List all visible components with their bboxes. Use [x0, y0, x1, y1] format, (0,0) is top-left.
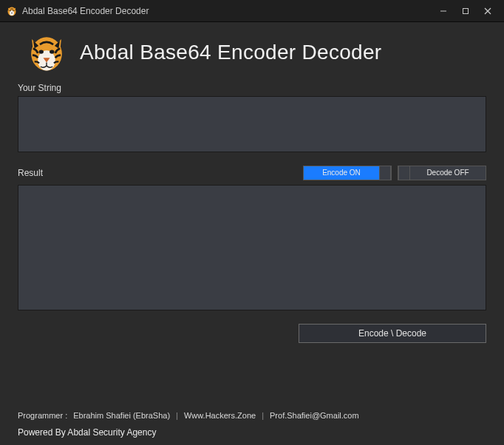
toggle-handle-icon [398, 166, 410, 180]
website-link[interactable]: Www.Hackers.Zone [184, 411, 256, 420]
programmer-name: Ebrahim Shafiei (EbraSha) [73, 411, 170, 420]
result-header-row: Result Encode ON Decode OFF [18, 166, 486, 180]
programmer-label: Programmer : [18, 411, 67, 420]
main-content: Abdal Base64 Encoder Decoder Your String… [0, 22, 504, 445]
header: Abdal Base64 Encoder Decoder [18, 27, 486, 81]
your-string-section: Your String [18, 83, 486, 155]
window-title: Abdal Base64 Encoder Decoder [22, 6, 433, 16]
window-controls [433, 4, 498, 18]
close-button[interactable] [477, 4, 498, 18]
decode-toggle-label: Decode OFF [410, 166, 486, 180]
toggle-group: Encode ON Decode OFF [303, 166, 486, 180]
result-label: Result [18, 168, 77, 178]
your-string-input[interactable] [18, 96, 486, 152]
encode-toggle-label: Encode ON [304, 166, 379, 180]
tiger-icon [25, 31, 68, 74]
tiger-icon [6, 5, 18, 17]
svg-rect-5 [463, 8, 469, 13]
powered-by: Powered By Abdal Security Agency [18, 427, 486, 438]
maximize-button[interactable] [455, 4, 476, 18]
footer: Programmer : Ebrahim Shafiei (EbraSha) |… [18, 399, 486, 438]
decode-toggle[interactable]: Decode OFF [398, 166, 486, 180]
encode-decode-button[interactable]: Encode \ Decode [299, 324, 486, 343]
svg-point-10 [39, 50, 44, 53]
email-link[interactable]: Prof.Shafiei@Gmail.com [270, 411, 359, 420]
app-title: Abdal Base64 Encoder Decoder [80, 41, 381, 64]
separator-icon: | [176, 411, 178, 420]
your-string-label: Your String [18, 83, 486, 93]
svg-point-2 [10, 10, 12, 11]
toggle-handle-icon [379, 166, 391, 180]
result-output[interactable] [18, 185, 486, 310]
svg-point-11 [50, 50, 54, 53]
titlebar[interactable]: Abdal Base64 Encoder Decoder [0, 0, 504, 22]
encode-toggle[interactable]: Encode ON [303, 166, 392, 180]
footer-credits: Programmer : Ebrahim Shafiei (EbraSha) |… [18, 411, 486, 420]
separator-icon: | [262, 411, 264, 420]
minimize-button[interactable] [433, 4, 454, 18]
action-row: Encode \ Decode [18, 324, 486, 343]
svg-point-3 [13, 10, 14, 11]
